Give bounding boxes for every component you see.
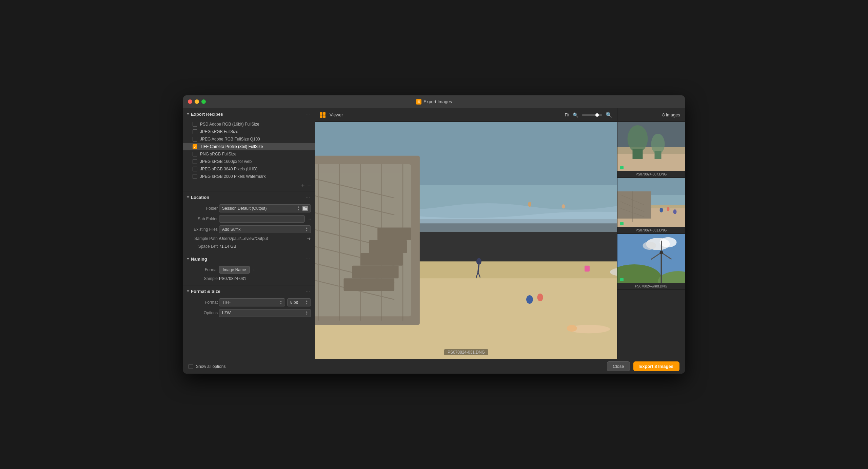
recipe-label-8: JPEG sRGB 2000 Pixels Watermark bbox=[200, 174, 266, 179]
location-title-area[interactable]: Location bbox=[187, 195, 209, 200]
naming-title-area[interactable]: Naming bbox=[187, 257, 207, 262]
recipe-checkbox-8[interactable] bbox=[193, 174, 197, 179]
recipe-item-8[interactable]: JPEG sRGB 2000 Pixels Watermark bbox=[183, 173, 315, 180]
naming-sample-value: PS070824-031 bbox=[219, 276, 311, 281]
grid-cell-1 bbox=[320, 112, 322, 115]
sample-path-row: Sample Path /Users/paul/...eview/Output … bbox=[183, 234, 315, 243]
right-panel: 8 images bbox=[617, 108, 685, 359]
maximize-button[interactable] bbox=[201, 99, 206, 104]
format-collapse-triangle[interactable] bbox=[187, 290, 190, 292]
naming-format-value: Image Name bbox=[223, 267, 246, 272]
recipe-item-7[interactable]: JPEG sRGB 3840 Pixels (UHD) bbox=[183, 165, 315, 173]
naming-sample-label: Sample bbox=[187, 276, 218, 281]
center-panel: Viewer Fit 🔍 🔍 bbox=[315, 108, 617, 359]
recipe-label-7: JPEG sRGB 3840 Pixels (UHD) bbox=[200, 167, 257, 171]
naming-more-button[interactable]: ··· bbox=[305, 256, 311, 262]
bit-depth-select[interactable]: 8 bit ▲ ▼ bbox=[287, 298, 311, 306]
recipe-checkbox-2[interactable] bbox=[193, 129, 197, 134]
naming-format-more[interactable]: ··· bbox=[253, 267, 257, 272]
close-modal-button[interactable]: Close bbox=[607, 361, 630, 371]
svg-rect-22 bbox=[369, 240, 407, 253]
recipe-item-3[interactable]: JPEG Adobe RGB FullSize Q100 bbox=[183, 135, 315, 143]
window-title: Export Images bbox=[423, 99, 452, 104]
grid-cell-3 bbox=[320, 115, 322, 118]
main-image-filename: PS070824-031.DNG bbox=[444, 349, 488, 355]
svg-point-31 bbox=[567, 325, 577, 332]
naming-format-button[interactable]: Image Name bbox=[219, 266, 250, 274]
viewer-toolbar-right: Fit 🔍 🔍 bbox=[565, 112, 612, 118]
viewer-label: Viewer bbox=[330, 112, 343, 117]
recipe-item-5[interactable]: PNG sRGB FullSize bbox=[183, 150, 315, 158]
svg-point-57 bbox=[667, 207, 670, 211]
naming-section-header: Naming ··· bbox=[183, 253, 315, 265]
svg-rect-25 bbox=[344, 278, 395, 291]
location-section: Location ··· Folder Session Default (Out… bbox=[183, 191, 315, 253]
sample-path-arrow-icon[interactable]: ➜ bbox=[307, 236, 311, 241]
remove-recipe-button[interactable]: − bbox=[307, 183, 311, 189]
svg-rect-0 bbox=[303, 208, 307, 210]
format-title-area[interactable]: Format & Size bbox=[187, 289, 220, 294]
recipe-item-6[interactable]: JPEG sRGB 1600px for web bbox=[183, 158, 315, 165]
recipes-more-button[interactable]: ··· bbox=[305, 111, 311, 117]
add-recipe-button[interactable]: + bbox=[301, 183, 305, 189]
svg-rect-45 bbox=[655, 151, 662, 159]
subfolder-label: Sub Folder bbox=[187, 217, 218, 221]
app-window: ⊞ Export Images Export Recipes ··· PSD A… bbox=[183, 95, 685, 374]
thumbnail-item-1[interactable]: PS070824-007.DNG bbox=[617, 122, 685, 178]
svg-point-42 bbox=[628, 125, 648, 152]
viewer-toolbar: Viewer Fit 🔍 🔍 bbox=[315, 108, 617, 122]
search-icon[interactable]: 🔍 bbox=[606, 112, 612, 118]
close-button[interactable] bbox=[188, 99, 192, 104]
thumbnail-item-2[interactable]: PS070824-031.DNG bbox=[617, 178, 685, 234]
zoom-slider[interactable] bbox=[582, 114, 602, 116]
recipe-item-4[interactable]: ✓ TIFF Camera Profile (8bit) FullSize bbox=[183, 143, 315, 150]
bottom-bar: Show all options Close Export 8 Images bbox=[183, 359, 685, 374]
naming-section-label: Naming bbox=[191, 257, 207, 262]
svg-point-69 bbox=[660, 251, 663, 254]
naming-section: Naming ··· Format Image Name ··· Sample … bbox=[183, 253, 315, 285]
format-label: Format bbox=[187, 300, 218, 305]
recipe-checkbox-4[interactable]: ✓ bbox=[193, 144, 197, 149]
existing-files-label: Existing Files bbox=[187, 227, 218, 232]
zoom-thumb bbox=[595, 113, 599, 117]
recipe-item-1[interactable]: PSD Adobe RGB (16bit) FullSize bbox=[183, 120, 315, 128]
subfolder-input[interactable] bbox=[219, 215, 305, 223]
folder-select[interactable]: Session Default (Output) ▲ ▼ bbox=[219, 204, 311, 212]
recipe-checkbox-5[interactable] bbox=[193, 152, 197, 156]
zoom-lock-icon[interactable]: 🔍 bbox=[573, 112, 578, 118]
show-all-checkbox[interactable] bbox=[189, 364, 193, 369]
recipe-label-6: JPEG sRGB 1600px for web bbox=[200, 159, 252, 164]
recipes-section-title-area[interactable]: Export Recipes bbox=[187, 112, 223, 117]
app-icon: ⊞ bbox=[416, 99, 421, 105]
main-content: Export Recipes ··· PSD Adobe RGB (16bit)… bbox=[183, 108, 685, 359]
naming-format-row: Format Image Name ··· bbox=[183, 265, 315, 275]
recipe-controls: + − bbox=[183, 181, 315, 191]
format-select[interactable]: TIFF ▲ ▼ bbox=[219, 298, 285, 306]
recipe-checkbox-1[interactable] bbox=[193, 122, 197, 127]
recipes-collapse-triangle[interactable] bbox=[187, 113, 190, 115]
space-left-label: Space Left bbox=[187, 244, 218, 249]
recipes-section-header: Export Recipes ··· bbox=[183, 108, 315, 120]
existing-files-select[interactable]: Add Suffix ▲ ▼ bbox=[219, 225, 311, 233]
format-more-button[interactable]: ··· bbox=[305, 288, 311, 294]
titlebar: ⊞ Export Images bbox=[183, 95, 685, 108]
status-dot-2 bbox=[620, 222, 624, 225]
location-more-button[interactable]: ··· bbox=[305, 194, 311, 200]
svg-rect-43 bbox=[633, 149, 643, 159]
naming-collapse-triangle[interactable] bbox=[187, 258, 190, 260]
options-select[interactable]: LZW ▲ ▼ bbox=[219, 309, 311, 317]
svg-point-61 bbox=[660, 237, 677, 247]
thumbnail-item-3[interactable]: PS070824-wind.DNG bbox=[617, 234, 685, 290]
recipe-item-2[interactable]: JPEG sRGB FullSize bbox=[183, 128, 315, 135]
minimize-button[interactable] bbox=[195, 99, 199, 104]
recipe-checkbox-3[interactable] bbox=[193, 137, 197, 142]
location-collapse-triangle[interactable] bbox=[187, 196, 190, 198]
svg-point-26 bbox=[476, 258, 481, 265]
recipe-checkbox-7[interactable] bbox=[193, 167, 197, 171]
recipe-checkbox-6[interactable] bbox=[193, 159, 197, 164]
export-button[interactable]: Export 8 Images bbox=[633, 361, 679, 371]
naming-format-label: Format bbox=[187, 267, 218, 272]
subfolder-more-button[interactable]: ··· bbox=[308, 217, 311, 221]
browse-folder-icon[interactable] bbox=[302, 206, 308, 211]
folder-row: Folder Session Default (Output) ▲ ▼ bbox=[183, 203, 315, 214]
